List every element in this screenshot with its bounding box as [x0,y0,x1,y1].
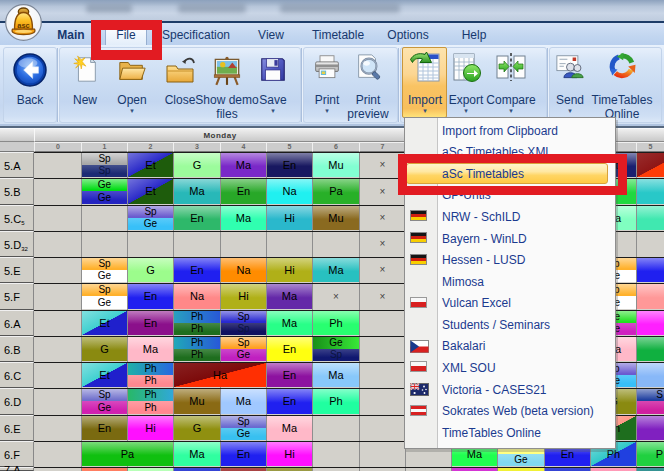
svg-text:asc: asc [17,21,30,30]
